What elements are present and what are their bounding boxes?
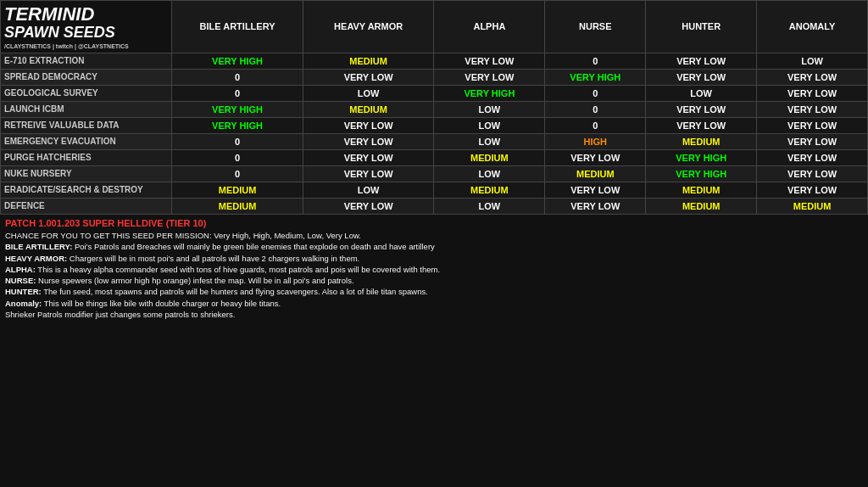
table-row: RETREIVE VALUABLE DATAVERY HIGHVERY LOWL… <box>1 117 868 133</box>
mission-name: LAUNCH ICBM <box>1 101 172 117</box>
note-label: BILE ARTILLERY: <box>5 242 72 251</box>
cell-anomaly: VERY LOW <box>757 85 868 101</box>
cell-anomaly: VERY LOW <box>757 182 868 198</box>
spawn-seeds-table: TERMINID SPAWN SEEDS /CLAYSTNETICS | twi… <box>0 0 868 215</box>
cell-alpha: VERY LOW <box>434 53 545 69</box>
cell-alpha: MEDIUM <box>434 149 545 165</box>
table-row: ERADICATE/SEARCH & DESTROYMEDIUMLOWMEDIU… <box>1 182 868 198</box>
notes-lines: CHANCE FOR YOU TO GET THIS SEED PER MISS… <box>5 230 863 320</box>
cell-nurse: VERY HIGH <box>545 69 646 85</box>
cell-hunter: VERY LOW <box>646 101 757 117</box>
table-header-row: TERMINID SPAWN SEEDS /CLAYSTNETICS | twi… <box>1 1 868 53</box>
col-header-bile: BILE ARTILLERY <box>172 1 303 53</box>
cell-nurse: 0 <box>545 117 646 133</box>
cell-hunter: VERY HIGH <box>646 165 757 182</box>
title-main: TERMINID <box>4 4 168 25</box>
note-label: Anomaly: <box>5 299 42 308</box>
cell-alpha: LOW <box>434 117 545 133</box>
col-header-anomaly: ANOMALY <box>757 1 868 53</box>
cell-bile: 0 <box>172 165 303 182</box>
cell-bile: 0 <box>172 85 303 101</box>
cell-heavy: LOW <box>303 85 434 101</box>
cell-hunter: VERY LOW <box>646 69 757 85</box>
cell-hunter: VERY HIGH <box>646 149 757 165</box>
title-sub: SPAWN SEEDS <box>4 25 168 42</box>
cell-heavy: VERY LOW <box>303 117 434 133</box>
cell-heavy: VERY LOW <box>303 133 434 149</box>
cell-anomaly: VERY LOW <box>757 133 868 149</box>
cell-alpha: VERY LOW <box>434 69 545 85</box>
table-section: TERMINID SPAWN SEEDS /CLAYSTNETICS | twi… <box>0 0 868 215</box>
mission-name: DEFENCE <box>1 198 172 214</box>
cell-heavy: MEDIUM <box>303 53 434 69</box>
cell-hunter: MEDIUM <box>646 133 757 149</box>
mission-name: RETREIVE VALUABLE DATA <box>1 117 172 133</box>
cell-alpha: VERY HIGH <box>434 85 545 101</box>
note-line-5: HUNTER: The fun seed, most spawns and pa… <box>5 286 863 297</box>
cell-heavy: VERY LOW <box>303 149 434 165</box>
cell-nurse: 0 <box>545 85 646 101</box>
cell-bile: 0 <box>172 69 303 85</box>
notes-section: PATCH 1.001.203 SUPER HELLDIVE (TIER 10)… <box>0 215 868 487</box>
cell-heavy: MEDIUM <box>303 101 434 117</box>
cell-anomaly: VERY LOW <box>757 101 868 117</box>
note-line-4: NURSE: Nurse spewers (low armor high hp … <box>5 275 863 286</box>
cell-anomaly: VERY LOW <box>757 69 868 85</box>
note-line-1: BILE ARTILLERY: Poi's Patrols and Breach… <box>5 241 863 252</box>
table-row: EMERGENCY EVACUATION0VERY LOWLOWHIGHMEDI… <box>1 133 868 149</box>
cell-nurse: VERY LOW <box>545 198 646 214</box>
mission-name: PURGE HATCHERIES <box>1 149 172 165</box>
note-line-2: HEAVY ARMOR: Chargers will be in most po… <box>5 253 863 264</box>
cell-heavy: VERY LOW <box>303 165 434 182</box>
mission-name: E-710 EXTRACTION <box>1 53 172 69</box>
table-row: SPREAD DEMOCRACY0VERY LOWVERY LOWVERY HI… <box>1 69 868 85</box>
cell-nurse: VERY LOW <box>545 149 646 165</box>
col-header-alpha: ALPHA <box>434 1 545 53</box>
cell-anomaly: VERY LOW <box>757 117 868 133</box>
cell-bile: 0 <box>172 149 303 165</box>
note-line-7: Shrieker Patrols modifier just changes s… <box>5 309 863 320</box>
note-line-3: ALPHA: This is a heavy alpha commander s… <box>5 264 863 275</box>
cell-nurse: HIGH <box>545 133 646 149</box>
cell-anomaly: VERY LOW <box>757 149 868 165</box>
cell-bile: MEDIUM <box>172 198 303 214</box>
cell-anomaly: MEDIUM <box>757 198 868 214</box>
title-cell: TERMINID SPAWN SEEDS /CLAYSTNETICS | twi… <box>1 1 172 53</box>
cell-heavy: VERY LOW <box>303 198 434 214</box>
cell-nurse: 0 <box>545 101 646 117</box>
cell-alpha: MEDIUM <box>434 182 545 198</box>
mission-name: ERADICATE/SEARCH & DESTROY <box>1 182 172 198</box>
note-label: NURSE: <box>5 276 36 285</box>
table-row: DEFENCEMEDIUMVERY LOWLOWVERY LOWMEDIUMME… <box>1 198 868 214</box>
cell-bile: VERY HIGH <box>172 117 303 133</box>
note-line-0: CHANCE FOR YOU TO GET THIS SEED PER MISS… <box>5 230 863 241</box>
table-row: NUKE NURSERY0VERY LOWLOWMEDIUMVERY HIGHV… <box>1 165 868 182</box>
table-row: GEOLOGICAL SURVEY0LOWVERY HIGH0LOWVERY L… <box>1 85 868 101</box>
cell-hunter: MEDIUM <box>646 182 757 198</box>
table-body: E-710 EXTRACTIONVERY HIGHMEDIUMVERY LOW0… <box>1 53 868 214</box>
col-header-nurse: NURSE <box>545 1 646 53</box>
cell-hunter: VERY LOW <box>646 117 757 133</box>
cell-hunter: LOW <box>646 85 757 101</box>
cell-alpha: LOW <box>434 198 545 214</box>
cell-hunter: MEDIUM <box>646 198 757 214</box>
cell-bile: VERY HIGH <box>172 101 303 117</box>
cell-anomaly: LOW <box>757 53 868 69</box>
note-line-6: Anomaly: This will be things like bile w… <box>5 298 863 309</box>
cell-nurse: 0 <box>545 53 646 69</box>
patch-title: PATCH 1.001.203 SUPER HELLDIVE (TIER 10) <box>5 218 863 228</box>
col-header-hunter: HUNTER <box>646 1 757 53</box>
col-header-heavy: HEAVY ARMOR <box>303 1 434 53</box>
mission-name: NUKE NURSERY <box>1 165 172 182</box>
note-label: HEAVY ARMOR: <box>5 254 67 263</box>
cell-alpha: LOW <box>434 165 545 182</box>
cell-bile: 0 <box>172 133 303 149</box>
table-row: E-710 EXTRACTIONVERY HIGHMEDIUMVERY LOW0… <box>1 53 868 69</box>
cell-alpha: LOW <box>434 133 545 149</box>
note-label: HUNTER: <box>5 287 42 296</box>
note-label: ALPHA: <box>5 265 36 274</box>
table-row: LAUNCH ICBMVERY HIGHMEDIUMLOW0VERY LOWVE… <box>1 101 868 117</box>
social-area: /CLAYSTNETICS | twitch | @CLAYSTNETICS <box>4 43 168 49</box>
cell-nurse: VERY LOW <box>545 182 646 198</box>
mission-name: SPREAD DEMOCRACY <box>1 69 172 85</box>
